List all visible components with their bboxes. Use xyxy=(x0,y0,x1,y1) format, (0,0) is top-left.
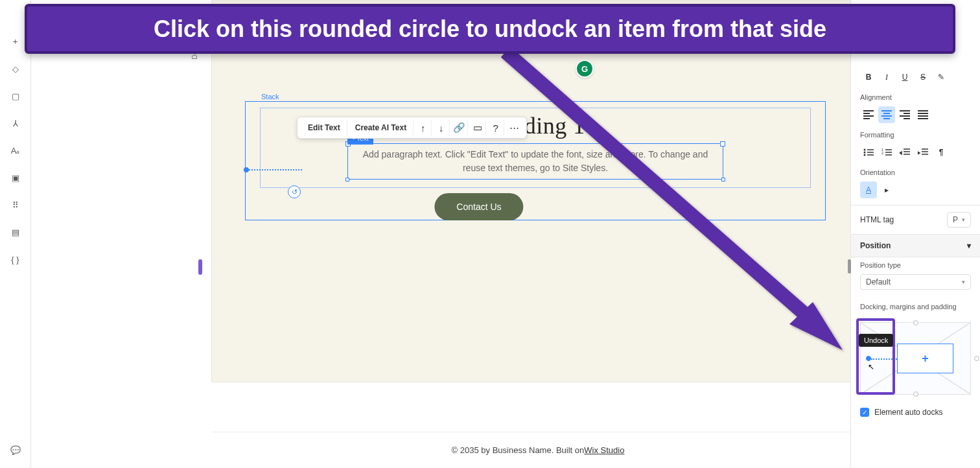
html-tag-label: HTML tag xyxy=(860,215,894,224)
canvas-dock-guide-left xyxy=(249,169,302,170)
bold-button[interactable]: B xyxy=(860,69,877,86)
comments-icon[interactable]: 💬 xyxy=(5,439,26,460)
align-justify-button[interactable] xyxy=(915,106,931,123)
hero-contact-button-wrap: Contact Us xyxy=(434,193,523,220)
orientation-horizontal-button[interactable]: A xyxy=(860,181,877,198)
panel-resize-handle[interactable] xyxy=(848,259,851,274)
dock-handle-left[interactable] xyxy=(866,356,871,361)
ruler-handle[interactable] xyxy=(198,259,202,275)
position-section-header[interactable]: Position ▾ xyxy=(851,234,980,257)
italic-button[interactable]: I xyxy=(878,69,895,86)
orientation-vertical-button[interactable]: ▸ xyxy=(878,181,895,198)
grammarly-icon[interactable]: G xyxy=(576,60,594,78)
auto-dock-label: Element auto docks xyxy=(874,408,942,417)
html-tag-row: HTML tag P▾ xyxy=(851,205,980,234)
align-left-button[interactable] xyxy=(860,106,877,123)
align-center-button[interactable] xyxy=(878,106,895,123)
outdent-button[interactable] xyxy=(896,144,913,161)
align-right-button[interactable] xyxy=(896,106,913,123)
chevron-down-icon: ▾ xyxy=(967,241,971,250)
inspector-panel: B I U S ✎ Alignment Formatting 12 xyxy=(850,0,980,468)
data-icon[interactable]: ▤ xyxy=(5,222,26,242)
docking-inner-box[interactable]: + xyxy=(897,344,953,373)
svg-point-7 xyxy=(864,149,866,151)
reset-position-button[interactable]: ↺ xyxy=(288,185,301,198)
orientation-label: Orientation xyxy=(851,165,980,178)
canvas-dock-handle-left[interactable] xyxy=(244,167,249,172)
hero-contact-button[interactable]: Contact Us xyxy=(434,193,523,220)
page-icon[interactable]: ▢ xyxy=(5,86,26,106)
alignment-label: Alignment xyxy=(851,89,980,102)
number-list-button[interactable]: 12 xyxy=(878,144,895,161)
cursor-icon: ↖ xyxy=(868,362,874,371)
paragraph-text: Add paragraph text. Click "Edit Text" to… xyxy=(363,149,708,173)
edit-text-button[interactable]: Edit Text xyxy=(301,119,347,136)
html-tag-select[interactable]: P▾ xyxy=(947,212,971,228)
auto-dock-checkbox[interactable]: ✓ xyxy=(860,408,869,417)
formatting-row: 12 ¶ xyxy=(851,140,980,165)
tutorial-banner: Click on this rounded circle to undock a… xyxy=(25,4,955,54)
formatting-label: Formatting xyxy=(851,127,980,140)
stack-label[interactable]: Stack xyxy=(261,93,279,100)
apps-icon[interactable]: ⠿ xyxy=(5,194,26,215)
move-up-icon[interactable]: ↑ xyxy=(415,119,432,136)
dock-guide-left xyxy=(871,358,897,360)
svg-point-8 xyxy=(864,152,866,154)
strike-button[interactable]: S xyxy=(915,69,931,86)
text-icon[interactable]: Aₐ xyxy=(5,140,26,161)
indent-button[interactable] xyxy=(915,144,931,161)
docking-control: + Undock ↖ xyxy=(860,317,971,400)
move-down-icon[interactable]: ↓ xyxy=(433,119,450,136)
undock-tooltip: Undock xyxy=(859,334,893,347)
footer-text: © 2035 by Business Name. Built on xyxy=(452,445,585,455)
bullet-list-button[interactable] xyxy=(860,144,877,161)
selected-paragraph[interactable]: • Text Add paragraph text. Click "Edit T… xyxy=(347,143,723,180)
plus-icon[interactable]: + xyxy=(922,352,929,366)
edit-style-icon[interactable]: ✎ xyxy=(933,69,950,86)
svg-text:2: 2 xyxy=(881,151,883,155)
position-type-select[interactable]: Default▾ xyxy=(860,274,971,290)
docking-label: Docking, margins and padding xyxy=(851,299,980,312)
alignment-row xyxy=(851,102,980,127)
canvas[interactable]: Desktop (Prim Blooming B xyxy=(31,0,850,468)
site-footer: © 2035 by Business Name. Built on Wix St… xyxy=(211,432,850,468)
create-ai-text-button[interactable]: Create AI Text xyxy=(349,119,414,136)
dock-handle-top[interactable] xyxy=(913,320,918,325)
docking-outer-box[interactable]: + xyxy=(860,322,971,395)
position-type-label: Position type xyxy=(851,257,980,270)
text-direction-button[interactable]: ¶ xyxy=(933,144,950,161)
auto-dock-row[interactable]: ✓ Element auto docks xyxy=(851,403,980,422)
code-icon[interactable]: { } xyxy=(5,249,26,270)
more-icon[interactable]: ⋯ xyxy=(506,119,522,136)
footer-wix-link[interactable]: Wix Studio xyxy=(584,445,624,455)
svg-point-9 xyxy=(864,154,866,156)
image-icon[interactable]: ▣ xyxy=(5,167,26,188)
workflow-icon[interactable]: ⅄ xyxy=(5,113,26,134)
help-icon[interactable]: ? xyxy=(487,119,504,136)
animation-icon[interactable]: ▭ xyxy=(469,119,486,136)
add-icon[interactable]: ＋ xyxy=(5,31,26,52)
dock-handle-bottom[interactable] xyxy=(913,392,918,397)
orientation-row: A ▸ xyxy=(851,178,980,202)
left-tool-rail: ＋ ◇ ▢ ⅄ Aₐ ▣ ⠿ ▤ { } 💬 xyxy=(0,0,31,468)
element-floating-toolbar: Edit Text Create AI Text ↑ ↓ 🔗 ▭ ? ⋯ xyxy=(297,117,527,139)
underline-button[interactable]: U xyxy=(896,69,913,86)
link-icon[interactable]: 🔗 xyxy=(451,119,468,136)
layers-icon[interactable]: ◇ xyxy=(5,58,26,79)
text-style-row: B I U S ✎ xyxy=(851,65,980,89)
dock-handle-right[interactable] xyxy=(974,356,979,361)
